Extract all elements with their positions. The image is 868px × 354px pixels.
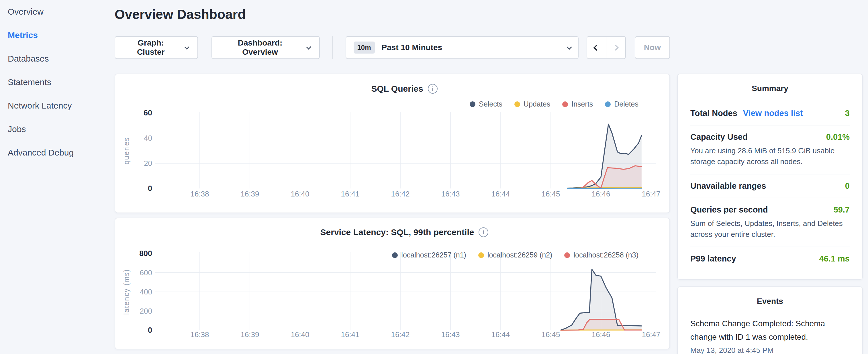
sidebar-item-network-latency[interactable]: Network Latency	[0, 94, 115, 118]
event-message: Schema Change Completed: Schema change w…	[690, 317, 850, 344]
sidebar-item-label: Advanced Debug	[8, 148, 74, 157]
y-axis-title: latency (ms)	[122, 269, 130, 315]
x-axis-tick-label: 16:39	[241, 330, 259, 339]
sidebar-item-label: Statements	[8, 77, 51, 87]
chevron-left-icon	[593, 44, 599, 51]
series-line	[567, 188, 642, 189]
legend-label: Updates	[524, 100, 550, 108]
event-timestamp: May 13, 2020 at 4:45 PM	[690, 346, 850, 354]
summary-row-description: Sum of Selects, Updates, Inserts, and De…	[690, 218, 850, 240]
sidebar-item-advanced-debug[interactable]: Advanced Debug	[0, 141, 115, 164]
x-axis-tick-label: 16:39	[241, 190, 259, 198]
sql-queries-title: SQL Queriesi	[155, 84, 653, 94]
events-title: Events	[690, 297, 850, 306]
summary-row-value: 59.7	[834, 205, 850, 215]
y-axis-tick-label: 0	[148, 326, 152, 334]
service-latency-legend: localhost:26257 (n1)localhost:26259 (n2)…	[392, 251, 639, 259]
legend-label: Deletes	[614, 100, 639, 108]
time-range-label: Past 10 Minutes	[382, 43, 567, 52]
x-axis-tick-label: 16:46	[591, 330, 610, 339]
toolbar-divider	[333, 36, 333, 59]
y-axis-title: queries	[122, 137, 130, 164]
x-axis-tick-label: 16:42	[391, 330, 409, 339]
sql-queries-plot[interactable]: 16:3816:3916:4016:4116:4216:4316:4416:45…	[115, 74, 671, 214]
time-range-selector[interactable]: 10m Past 10 Minutes	[346, 36, 579, 59]
dashboard-dropdown[interactable]: Dashboard: Overview	[212, 36, 320, 59]
summary-row-value: 0	[845, 181, 850, 191]
sql-queries-chart-card: 16:3816:3916:4016:4116:4216:4316:4416:45…	[115, 74, 670, 213]
legend-item[interactable]: Deletes	[605, 100, 639, 108]
summary-row-description: You are using 28.6 MiB of 515.9 GiB usab…	[690, 145, 850, 167]
summary-row-label: Capacity Used	[690, 132, 748, 142]
legend-item[interactable]: localhost:26257 (n1)	[392, 251, 466, 259]
toolbar: Graph: Cluster Dashboard: Overview 10m P…	[115, 36, 670, 59]
legend-item[interactable]: Updates	[515, 100, 550, 108]
legend-item[interactable]: localhost:26258 (n3)	[564, 251, 639, 259]
chevron-down-icon	[306, 44, 311, 50]
time-step-buttons	[587, 36, 626, 59]
legend-label: Selects	[479, 100, 502, 108]
y-axis-tick-label: 600	[140, 268, 152, 277]
x-axis-tick-label: 16:46	[591, 190, 610, 198]
legend-dot	[392, 252, 398, 258]
events-card: Events Schema Change Completed: Schema c…	[677, 286, 863, 354]
legend-dot	[478, 252, 484, 258]
sidebar-item-jobs[interactable]: Jobs	[0, 118, 115, 141]
sidebar-item-databases[interactable]: Databases	[0, 47, 115, 70]
right-panel: Summary Total Nodes View nodes list 3 Ca…	[677, 74, 863, 354]
page-title: Overview Dashboard	[115, 7, 670, 22]
y-axis-tick-label: 200	[140, 307, 152, 315]
sidebar: Overview Metrics Databases Statements Ne…	[0, 0, 115, 354]
x-axis-tick-label: 16:44	[491, 190, 510, 198]
sidebar-item-metrics[interactable]: Metrics	[0, 24, 115, 47]
sidebar-item-label: Databases	[8, 54, 49, 63]
series-area	[581, 166, 642, 189]
x-axis-tick-label: 16:45	[541, 190, 560, 198]
time-prev-button[interactable]	[587, 37, 606, 58]
main-content: Overview Dashboard Graph: Cluster Dashbo…	[115, 0, 670, 354]
summary-row-value: 0.01%	[826, 132, 850, 142]
sidebar-item-label: Overview	[8, 7, 43, 16]
now-button[interactable]: Now	[635, 36, 670, 59]
x-axis-tick-label: 16:44	[491, 330, 510, 339]
sidebar-item-label: Jobs	[8, 124, 26, 134]
graph-dropdown[interactable]: Graph: Cluster	[115, 36, 198, 59]
y-axis-tick-label: 400	[140, 288, 152, 296]
summary-row-capacity-used: Capacity Used 0.01% You are using 28.6 M…	[690, 125, 850, 174]
sidebar-item-overview[interactable]: Overview	[0, 0, 115, 24]
summary-row-unavailable-ranges: Unavailable ranges 0	[690, 174, 850, 198]
summary-row-p99-latency: P99 latency 46.1 ms	[690, 247, 850, 270]
info-icon[interactable]: i	[428, 84, 438, 94]
time-next-button[interactable]	[607, 37, 625, 58]
chart-title-text: SQL Queries	[371, 84, 423, 94]
y-axis-tick-label: 60	[144, 108, 152, 117]
sql-queries-legend: SelectsUpdatesInsertsDeletes	[470, 100, 639, 108]
time-range-badge: 10m	[353, 41, 375, 54]
service-latency-title: Service Latency: SQL, 99th percentilei	[155, 227, 653, 237]
view-nodes-list-link[interactable]: View nodes list	[743, 108, 803, 118]
legend-item[interactable]: Selects	[470, 100, 502, 108]
x-axis-tick-label: 16:47	[642, 330, 660, 339]
y-axis-tick-label: 0	[148, 184, 152, 193]
service-latency-plot[interactable]: 16:3816:3916:4016:4116:4216:4316:4416:45…	[115, 218, 671, 350]
summary-row-total-nodes: Total Nodes View nodes list 3	[690, 102, 850, 125]
x-axis-tick-label: 16:47	[642, 190, 660, 198]
legend-item[interactable]: localhost:26259 (n2)	[478, 251, 553, 259]
info-icon[interactable]: i	[478, 227, 488, 237]
chevron-down-icon	[185, 44, 190, 50]
sidebar-item-label: Network Latency	[8, 101, 72, 110]
chevron-down-icon	[567, 44, 572, 50]
x-axis-tick-label: 16:40	[290, 330, 309, 339]
dashboard-dropdown-label: Dashboard: Overview	[221, 38, 299, 57]
event-list-item[interactable]: Schema Change Completed: Schema change w…	[690, 317, 850, 354]
x-axis-tick-label: 16:42	[391, 190, 409, 198]
legend-dot	[515, 101, 520, 107]
x-axis-tick-label: 16:40	[290, 190, 309, 198]
legend-item[interactable]: Inserts	[562, 100, 593, 108]
legend-dot	[605, 101, 611, 107]
summary-row-value: 3	[845, 108, 850, 118]
chart-title-text: Service Latency: SQL, 99th percentile	[320, 227, 474, 237]
x-axis-tick-label: 16:41	[341, 190, 359, 198]
summary-title: Summary	[690, 84, 850, 93]
sidebar-item-statements[interactable]: Statements	[0, 70, 115, 94]
